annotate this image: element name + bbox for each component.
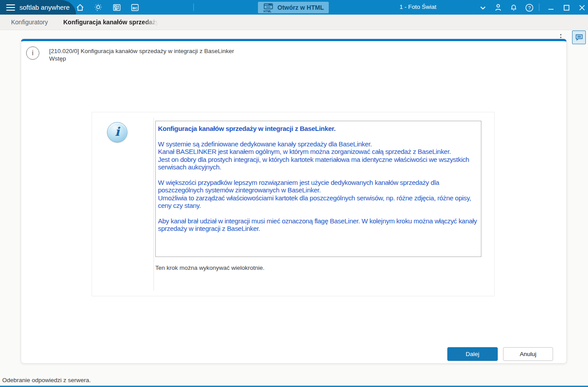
info-text-box: Konfiguracja kanałów sprzedaży w integra… <box>155 121 481 257</box>
info-glossy-icon: i <box>107 122 127 142</box>
titlebar-separator-2 <box>539 4 539 11</box>
home-icon[interactable] <box>75 3 85 12</box>
info-paragraph-2: W większości przypadków lepszym rozwiąza… <box>158 179 477 210</box>
tab-konfiguracja-label: Konfiguracja kanałów sprzedaży <box>63 19 158 26</box>
maximize-button[interactable] <box>561 2 572 13</box>
help-icon[interactable]: ? <box>524 3 534 12</box>
wizard-header: [210.020/0] Konfiguracja kanałów sprzeda… <box>49 47 234 62</box>
wizard-step-title: Wstęp <box>49 55 234 62</box>
wizard-code-title: [210.020/0] Konfiguracja kanałów sprzeda… <box>49 47 234 55</box>
hamburger-menu-icon[interactable] <box>6 3 15 12</box>
notifications-bell-icon[interactable] <box>509 3 519 12</box>
svg-text:BC: BC <box>133 6 138 10</box>
minimize-button[interactable] <box>546 2 556 13</box>
app-brand: softlab anywhere <box>0 0 76 15</box>
next-button[interactable]: Dalej <box>447 347 498 361</box>
company-selector-label[interactable]: 1 - Foto Świat <box>400 4 436 10</box>
titlebar: softlab anywhere BC HTM <box>0 0 588 15</box>
chat-toggle-button[interactable] <box>572 31 586 44</box>
repeat-note: Ten krok można wykonywać wielokrotnie. <box>155 264 265 271</box>
bc-module-icon[interactable]: BC <box>130 3 140 12</box>
news-icon[interactable] <box>112 3 122 12</box>
chevron-down-icon[interactable] <box>478 3 488 13</box>
wizard-info-icon-letter: i <box>32 49 34 57</box>
status-message: Odebranie odpowiedzi z serwera. <box>2 377 91 383</box>
app-name: softlab anywhere <box>19 4 69 11</box>
tab-konfiguratory[interactable]: Konfiguratory <box>11 15 48 30</box>
chat-bubble-icon <box>575 34 583 41</box>
status-bar: Odebranie odpowiedzi z serwera. <box>0 375 588 387</box>
brightness-icon[interactable] <box>93 3 103 12</box>
titlebar-separator <box>193 4 194 11</box>
tab-konfiguratory-label: Konfiguratory <box>11 19 48 26</box>
tab-konfiguracja-kanalow[interactable]: Konfiguracja kanałów sprzedaży <box>63 15 158 30</box>
tab-bar: Konfiguratory Konfiguracja kanałów sprze… <box>0 15 588 30</box>
info-paragraph-3: Aby kanał brał udział w integracji musi … <box>158 217 477 233</box>
wizard-card: i [210.020/0] Konfiguracja kanałów sprze… <box>21 39 567 364</box>
user-icon[interactable] <box>493 3 503 12</box>
open-in-html-button[interactable]: HTML Otwórz w HTML <box>258 2 329 13</box>
panel-divider <box>154 118 154 291</box>
wizard-info-icon: i <box>26 46 39 60</box>
svg-text:?: ? <box>528 5 530 10</box>
info-paragraph-1: W systemie są zdefiniowane dedykowane ka… <box>158 140 477 171</box>
close-button[interactable] <box>576 2 587 13</box>
html-window-icon: HTML <box>263 2 274 13</box>
svg-text:HTML: HTML <box>264 10 272 13</box>
cancel-button[interactable]: Anuluj <box>503 347 553 361</box>
info-glossy-icon-letter: i <box>115 125 119 138</box>
open-in-html-label: Otwórz w HTML <box>277 4 324 11</box>
info-heading: Konfiguracja kanałów sprzedaży w integra… <box>158 125 477 133</box>
wizard-step-panel: i Konfiguracja kanałów sprzedaży w integ… <box>92 112 495 296</box>
